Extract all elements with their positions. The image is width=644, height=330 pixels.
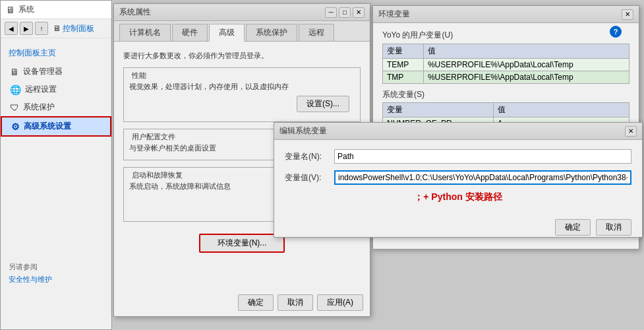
tab-system-protection[interactable]: 系统保护 bbox=[246, 24, 297, 41]
user-var-name: TMP bbox=[383, 71, 424, 84]
breadcrumb-icon: 🖥 bbox=[53, 24, 61, 33]
remote-settings-icon: 🌐 bbox=[10, 84, 21, 95]
sysprop-title: 系统属性 bbox=[119, 7, 151, 18]
user-var-value: %USERPROFILE%\AppData\Local\Temp bbox=[423, 71, 629, 84]
sidebar-item-label: 系统保护 bbox=[23, 102, 55, 113]
editvar-ok-button[interactable]: 确定 bbox=[555, 219, 591, 236]
performance-legend: 性能 bbox=[129, 71, 355, 81]
user-var-value: %USERPROFILE%\AppData\Local\Temp bbox=[423, 59, 629, 71]
performance-text: 视觉效果，处理器计划，内存使用，以及虚拟内存 bbox=[129, 81, 355, 93]
envvar-title: 环境变量 bbox=[378, 9, 410, 20]
forward-button[interactable]: ▶ bbox=[20, 22, 33, 35]
user-vars-title: YoYo 的用户变量(U) bbox=[382, 30, 629, 41]
variable-name-row: 变量名(N): bbox=[285, 149, 631, 164]
system-icon: 🖥 bbox=[6, 5, 15, 15]
sysprop-tabs: 计算机名 硬件 高级 系统保护 远程 bbox=[114, 21, 370, 42]
sidebar-item-label: 高级系统设置 bbox=[24, 121, 71, 132]
breadcrumb: 🖥 控制面板 bbox=[53, 23, 107, 34]
user-var-row[interactable]: TMP%USERPROFILE%\AppData\Local\Temp bbox=[383, 71, 629, 84]
edit-system-variable-dialog: 编辑系统变量 ✕ 变量名(N): 变量值(V): ；+ Python 安装路径 … bbox=[274, 122, 643, 238]
device-manager-icon: 🖥 bbox=[10, 67, 19, 77]
close-button[interactable]: ✕ bbox=[353, 7, 365, 18]
sysprop-ok-button[interactable]: 确定 bbox=[238, 294, 274, 311]
editvar-buttons: 确定 取消 bbox=[274, 219, 642, 236]
sysprop-bottom-buttons: 确定 取消 应用(A) bbox=[238, 294, 363, 311]
sysprop-apply-button[interactable]: 应用(A) bbox=[317, 294, 363, 311]
performance-section: 性能 视觉效果，处理器计划，内存使用，以及虚拟内存 设置(S)... bbox=[123, 67, 361, 122]
python-comment: ；+ Python 安装路径 bbox=[285, 191, 631, 203]
tab-hardware[interactable]: 硬件 bbox=[172, 24, 208, 41]
performance-settings-button[interactable]: 设置(S)... bbox=[297, 96, 349, 112]
sidebar-item-label: 设备管理器 bbox=[23, 66, 63, 77]
envvar-window-controls: ✕ bbox=[622, 9, 633, 20]
sidebar-item-system-protection[interactable]: 🛡 系统保护 bbox=[1, 98, 111, 116]
sidebar-item-label: 远程设置 bbox=[25, 84, 57, 95]
sidebar-home[interactable]: 控制面板主页 bbox=[1, 44, 111, 63]
sidebar-item-remote-settings[interactable]: 🌐 远程设置 bbox=[1, 81, 111, 98]
editvar-cancel-button[interactable]: 取消 bbox=[596, 219, 631, 236]
see-also-title: 另请参阅 bbox=[9, 262, 105, 272]
back-button[interactable]: ◀ bbox=[5, 22, 18, 35]
sidebar-item-advanced-settings[interactable]: ⚙ 高级系统设置 bbox=[1, 116, 111, 137]
envvar-close-button[interactable]: ✕ bbox=[622, 9, 633, 20]
system-protection-icon: 🛡 bbox=[10, 102, 19, 113]
editvar-close-button[interactable]: ✕ bbox=[625, 126, 637, 137]
editvar-titlebar: 编辑系统变量 ✕ bbox=[274, 123, 642, 140]
sidebar: 控制面板主页 🖥 设备管理器 🌐 远程设置 🛡 系统保护 ⚙ 高级系统设置 bbox=[1, 38, 111, 142]
editvar-body: 变量名(N): 变量值(V): ；+ Python 安装路径 bbox=[274, 140, 642, 219]
performance-btn-row: 设置(S)... bbox=[129, 93, 355, 116]
editvar-title: 编辑系统变量 bbox=[279, 125, 327, 137]
sysprop-cancel-button[interactable]: 取消 bbox=[278, 294, 313, 311]
system-window: 🖥 系统 ◀ ▶ ↑ 🖥 控制面板 控制面板主页 🖥 设备管理器 🌐 远程设置 … bbox=[0, 0, 112, 330]
sys-vars-col-val: 值 bbox=[493, 103, 629, 117]
maximize-button[interactable]: □ bbox=[339, 7, 351, 18]
variable-value-row: 变量值(V): bbox=[285, 170, 631, 185]
system-titlebar: 🖥 系统 bbox=[1, 1, 111, 19]
see-also-section: 另请参阅 安全性与维护 bbox=[1, 257, 113, 290]
environment-variables-button[interactable]: 环境变量(N)... bbox=[199, 234, 285, 253]
sys-vars-title: 系统变量(S) bbox=[382, 89, 629, 100]
user-vars-col-var: 变量 bbox=[383, 44, 424, 59]
minimize-button[interactable]: ─ bbox=[325, 7, 337, 18]
sysprop-window-controls: ─ □ ✕ bbox=[325, 7, 365, 18]
editvar-window-controls: ✕ bbox=[625, 126, 637, 137]
envvar-titlebar: 环境变量 ✕ bbox=[373, 6, 639, 23]
tab-computer-name[interactable]: 计算机名 bbox=[119, 24, 171, 41]
breadcrumb-text: 控制面板 bbox=[63, 23, 94, 34]
sysprop-titlebar: 系统属性 ─ □ ✕ bbox=[114, 4, 370, 21]
tab-advanced[interactable]: 高级 bbox=[209, 24, 245, 42]
user-var-row[interactable]: TEMP%USERPROFILE%\AppData\Local\Temp bbox=[383, 59, 629, 71]
user-var-name: TEMP bbox=[383, 59, 424, 71]
up-button[interactable]: ↑ bbox=[35, 22, 48, 35]
variable-value-label: 变量值(V): bbox=[285, 172, 334, 183]
variable-value-input[interactable] bbox=[334, 170, 631, 185]
variable-name-label: 变量名(N): bbox=[285, 151, 334, 162]
variable-name-input[interactable] bbox=[334, 149, 631, 164]
user-vars-col-val: 值 bbox=[423, 44, 629, 59]
system-title: 系统 bbox=[18, 4, 34, 15]
sidebar-item-device-manager[interactable]: 🖥 设备管理器 bbox=[1, 63, 111, 81]
admin-notice: 要进行大多数更改，你必须作为管理员登录。 bbox=[123, 51, 361, 61]
tab-remote[interactable]: 远程 bbox=[299, 24, 334, 41]
navigation-bar: ◀ ▶ ↑ 🖥 控制面板 bbox=[1, 19, 111, 38]
user-vars-table: 变量 值 TEMP%USERPROFILE%\AppData\Local\Tem… bbox=[382, 44, 629, 84]
sys-vars-col-var: 变量 bbox=[383, 103, 494, 117]
advanced-settings-icon: ⚙ bbox=[11, 121, 20, 132]
help-button[interactable]: ? bbox=[610, 26, 622, 38]
see-also-link[interactable]: 安全性与维护 bbox=[9, 275, 105, 284]
